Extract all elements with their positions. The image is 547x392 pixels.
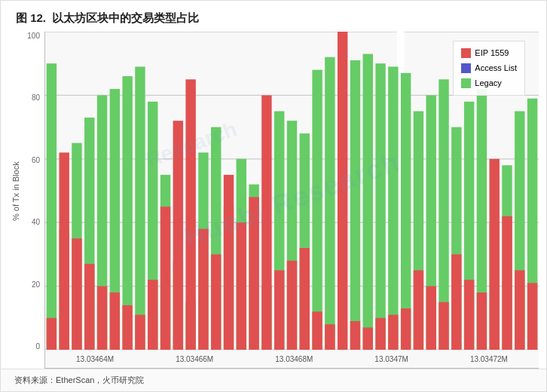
svg-rect-22 bbox=[135, 315, 145, 350]
svg-rect-12 bbox=[72, 238, 81, 350]
svg-rect-26 bbox=[160, 207, 170, 350]
legend-color-box bbox=[461, 78, 471, 88]
footer-text: 资料来源：EtherScan，火币研究院 bbox=[14, 375, 144, 384]
y-ticks: 100806040200 bbox=[23, 32, 44, 369]
fig-title: 以太坊区块中的交易类型占比 bbox=[52, 11, 199, 26]
svg-rect-70 bbox=[439, 302, 448, 350]
svg-rect-20 bbox=[122, 305, 132, 350]
svg-rect-34 bbox=[211, 254, 221, 350]
svg-rect-59 bbox=[375, 63, 385, 350]
svg-rect-56 bbox=[350, 321, 360, 350]
chart-inner: 100806040200 13.03464M13.03466M13.03468M… bbox=[23, 32, 539, 369]
legend-color-box bbox=[461, 63, 471, 73]
svg-rect-42 bbox=[261, 95, 271, 350]
x-tick: 13.03466M bbox=[176, 355, 213, 363]
svg-rect-32 bbox=[198, 229, 208, 350]
svg-rect-21 bbox=[135, 66, 145, 350]
y-tick: 60 bbox=[32, 156, 40, 164]
svg-rect-38 bbox=[237, 222, 246, 350]
legend-label: Legacy bbox=[475, 76, 501, 91]
svg-rect-76 bbox=[477, 292, 487, 350]
svg-rect-57 bbox=[363, 54, 373, 350]
svg-rect-66 bbox=[414, 271, 423, 351]
svg-rect-54 bbox=[338, 32, 347, 350]
x-tick: 13.0347M bbox=[374, 355, 408, 363]
legend-item: Legacy bbox=[461, 76, 517, 91]
svg-rect-46 bbox=[287, 261, 297, 350]
svg-rect-58 bbox=[363, 327, 373, 350]
svg-rect-44 bbox=[274, 271, 284, 351]
svg-rect-8 bbox=[47, 318, 57, 350]
svg-rect-36 bbox=[224, 175, 234, 350]
svg-rect-30 bbox=[185, 79, 195, 350]
svg-rect-24 bbox=[148, 280, 157, 350]
svg-rect-62 bbox=[388, 315, 398, 350]
svg-rect-16 bbox=[97, 286, 107, 350]
y-tick: 0 bbox=[35, 342, 40, 351]
svg-rect-28 bbox=[173, 121, 183, 350]
svg-rect-80 bbox=[502, 216, 512, 350]
svg-rect-7 bbox=[47, 63, 57, 350]
x-axis: 13.03464M13.03466M13.03468M13.0347M13.03… bbox=[45, 350, 539, 368]
y-tick: 40 bbox=[32, 218, 40, 226]
footer: 资料来源：EtherScan，火币研究院 bbox=[1, 369, 546, 391]
svg-rect-63 bbox=[401, 73, 411, 350]
svg-rect-50 bbox=[312, 311, 322, 350]
chart-canvas-row: 100806040200 13.03464M13.03466M13.03468M… bbox=[23, 32, 539, 369]
y-tick: 20 bbox=[32, 280, 40, 289]
svg-rect-64 bbox=[401, 308, 411, 350]
svg-rect-84 bbox=[527, 283, 537, 350]
legend: EIP 1559Access ListLegacy bbox=[453, 41, 525, 96]
svg-rect-49 bbox=[312, 70, 322, 350]
chart-area: % of Tx in Block 100806040200 13.03464M1… bbox=[1, 32, 546, 369]
svg-rect-18 bbox=[110, 292, 120, 350]
svg-rect-78 bbox=[490, 159, 500, 350]
legend-label: Access List bbox=[475, 61, 517, 76]
legend-color-box bbox=[461, 48, 471, 58]
svg-rect-55 bbox=[350, 60, 360, 350]
svg-rect-68 bbox=[426, 286, 436, 350]
svg-rect-48 bbox=[300, 248, 310, 350]
svg-rect-40 bbox=[249, 197, 258, 350]
svg-rect-51 bbox=[325, 57, 335, 350]
svg-rect-14 bbox=[84, 264, 94, 350]
fig-label: 图 12. bbox=[16, 11, 46, 26]
x-tick: 13.03468M bbox=[275, 355, 313, 363]
svg-rect-72 bbox=[451, 254, 461, 350]
x-tick: 13.03472M bbox=[470, 355, 508, 363]
svg-rect-61 bbox=[388, 66, 398, 350]
svg-rect-52 bbox=[325, 324, 335, 350]
chart-plot: 13.03464M13.03466M13.03468M13.0347M13.03… bbox=[44, 32, 539, 369]
x-tick: 13.03464M bbox=[76, 355, 114, 363]
svg-rect-60 bbox=[375, 318, 385, 350]
main-container: 图 12. 以太坊区块中的交易类型占比 % of Tx in Block 100… bbox=[0, 0, 547, 392]
legend-item: EIP 1559 bbox=[461, 46, 517, 61]
svg-rect-74 bbox=[464, 280, 474, 350]
y-tick: 100 bbox=[27, 32, 40, 40]
y-axis-label: % of Tx in Block bbox=[8, 32, 23, 351]
legend-item: Access List bbox=[461, 61, 517, 76]
legend-label: EIP 1559 bbox=[475, 46, 509, 61]
svg-rect-10 bbox=[59, 152, 69, 350]
y-tick: 80 bbox=[32, 93, 40, 102]
svg-rect-82 bbox=[515, 271, 524, 351]
title-row: 图 12. 以太坊区块中的交易类型占比 bbox=[1, 1, 546, 32]
